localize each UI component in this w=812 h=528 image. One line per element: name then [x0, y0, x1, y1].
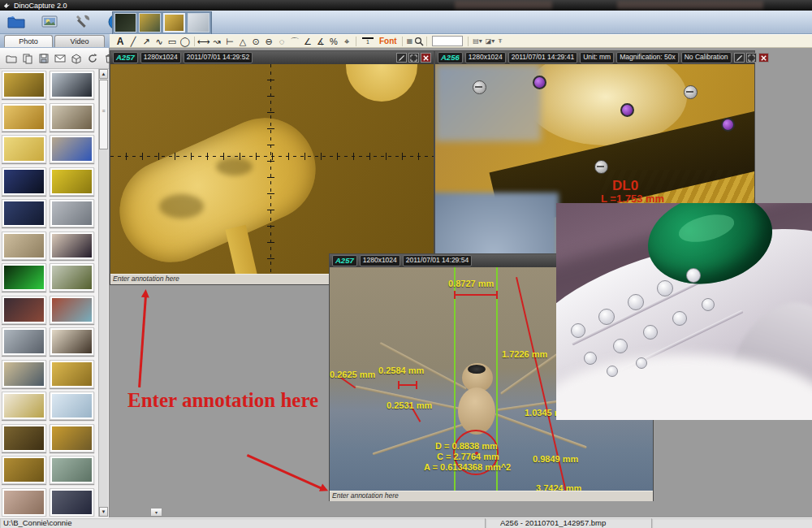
- arc-tool[interactable]: ⌒: [288, 36, 301, 47]
- settings-tools-icon[interactable]: [73, 12, 93, 32]
- measure-polygon-tool[interactable]: △: [236, 36, 249, 47]
- measure-label-circle-d[interactable]: D = 0.8838 mm: [435, 441, 498, 451]
- thumb-metal-ring-green[interactable]: [50, 456, 94, 484]
- window-header[interactable]: A256 1280x1024 2011/07/01 14:29:41 Unit:…: [435, 51, 754, 64]
- window-header[interactable]: A257 1280x1024 2011/07/01 14:29:52: [110, 51, 434, 64]
- email-icon[interactable]: [54, 53, 66, 64]
- arrow-tool[interactable]: ↗: [140, 36, 153, 47]
- window-thumb-gold-paddle[interactable]: [163, 13, 185, 32]
- line-width-selector[interactable]: 1: [361, 37, 375, 45]
- copy-icon[interactable]: [22, 53, 33, 64]
- thumb-watch-movement[interactable]: [2, 71, 46, 99]
- maximize-button[interactable]: [746, 53, 757, 63]
- close-button[interactable]: [421, 53, 431, 63]
- measure-point-line-tool[interactable]: ⊢: [223, 36, 236, 47]
- thumb-blue-lens[interactable]: [50, 135, 94, 163]
- thumb-wires[interactable]: [2, 360, 46, 388]
- window-thumb-calibration-grid[interactable]: [114, 13, 136, 32]
- edit-tool-button[interactable]: [396, 53, 407, 63]
- open-folder-icon[interactable]: [6, 12, 26, 32]
- circle-radius-tool[interactable]: ⊙: [249, 36, 262, 47]
- text-tool[interactable]: A: [114, 36, 127, 47]
- thumb-gold-coin-2-image: [4, 458, 44, 482]
- ring-photo-overlay[interactable]: [556, 203, 812, 420]
- measure-line-tool[interactable]: ⟷: [197, 36, 210, 47]
- thumb-blue-crystal[interactable]: [2, 199, 46, 227]
- workspace-scroll-button[interactable]: ▾: [150, 508, 162, 517]
- scroll-up-button[interactable]: ▲: [99, 69, 108, 79]
- thumb-eye-iris[interactable]: [50, 263, 94, 292]
- thumb-dark-blue[interactable]: [50, 488, 94, 517]
- circle-diameter-tool[interactable]: ⊖: [262, 36, 275, 47]
- thumb-gold-blob[interactable]: [50, 360, 94, 388]
- measure-label-left-a[interactable]: 0.2625 mm: [330, 370, 375, 379]
- export-box-icon[interactable]: [71, 53, 82, 64]
- thumb-sketch[interactable]: [50, 392, 94, 420]
- thumb-circuit-gray[interactable]: [50, 199, 94, 227]
- thumb-gold-coin-2[interactable]: [2, 456, 46, 484]
- thumb-drill-metal-image: [4, 330, 44, 353]
- edit-tool-button[interactable]: [734, 53, 745, 63]
- thumb-drill-metal[interactable]: [2, 327, 46, 356]
- thumb-metal-screw[interactable]: [50, 103, 94, 132]
- grid-view-icon[interactable]: ▦: [407, 37, 413, 45]
- measure-label-right-d[interactable]: 3.7424 mm: [536, 483, 581, 491]
- thumb-green-glow[interactable]: [2, 263, 46, 292]
- thumb-gold-jewelry[interactable]: [2, 424, 46, 452]
- percent-scale-tool[interactable]: %: [327, 36, 340, 47]
- capture-image-icon[interactable]: [40, 12, 59, 32]
- thumb-red-circuit[interactable]: [50, 296, 94, 324]
- scroll-thumb[interactable]: [99, 80, 108, 149]
- image-window-a257-gold[interactable]: A257 1280x1024 2011/07/01 14:29:52: [110, 50, 434, 285]
- thumb-gold-coin[interactable]: [50, 424, 94, 452]
- thumb-spider[interactable]: [2, 232, 46, 260]
- measure-label-top[interactable]: 0.8727 mm: [448, 279, 494, 288]
- three-point-circle-tool[interactable]: ◌: [275, 36, 288, 47]
- rotate-icon[interactable]: [87, 53, 98, 64]
- thumb-yellow-chip[interactable]: [50, 167, 94, 196]
- measure-label-circle-c[interactable]: C = 2.7764 mm: [437, 452, 499, 461]
- measure-label-right-c[interactable]: 0.9849 mm: [533, 454, 578, 464]
- window-thumb-light[interactable]: [188, 13, 209, 32]
- thumb-dark-sphere[interactable]: [50, 232, 94, 260]
- scroll-down-button[interactable]: ▼: [99, 507, 108, 517]
- pin-toolbar-icon[interactable]: Ŧ: [498, 37, 502, 45]
- pin-marker-tool[interactable]: ⌖: [340, 36, 353, 47]
- rectangle-tool[interactable]: ▭: [166, 36, 179, 47]
- freehand-tool[interactable]: ∿: [153, 36, 166, 47]
- sidebar-scrollbar[interactable]: ▲ ▼: [98, 69, 108, 517]
- annotation-input-bar[interactable]: Enter annotation here: [330, 491, 653, 501]
- image-dropdown[interactable]: ◪▾: [486, 37, 495, 45]
- thumb-face-coin[interactable]: [2, 488, 46, 517]
- angle-tool[interactable]: ∠: [301, 36, 314, 47]
- line-tool[interactable]: ╱: [127, 36, 140, 47]
- maximize-button[interactable]: [408, 53, 419, 63]
- thumb-yellow-fabric[interactable]: [2, 135, 46, 163]
- magnifier-icon[interactable]: [414, 36, 424, 46]
- tab-photo[interactable]: Photo: [4, 35, 53, 47]
- folder-new-icon[interactable]: [6, 53, 17, 64]
- thumb-blue-coral[interactable]: [2, 167, 46, 196]
- zoom-level-input[interactable]: [432, 36, 463, 46]
- layout-dropdown[interactable]: ▤▾: [473, 37, 482, 45]
- ellipse-tool[interactable]: ◯: [179, 36, 192, 47]
- measure-label-left-c[interactable]: 0.2531 mm: [387, 400, 432, 410]
- four-point-angle-tool[interactable]: ∡: [314, 36, 327, 47]
- save-icon[interactable]: [38, 53, 50, 64]
- microscope-image-gold[interactable]: [110, 64, 434, 274]
- measure-continuous-tool[interactable]: ↝: [210, 36, 223, 47]
- window-thumb-watch[interactable]: [139, 13, 161, 32]
- font-button[interactable]: Font: [379, 37, 397, 45]
- measure-label-circle-a[interactable]: A = 0.6134368 mm^2: [424, 462, 511, 472]
- tab-video[interactable]: Video: [54, 35, 105, 47]
- thumb-metal-rod[interactable]: [50, 71, 94, 99]
- title-bar[interactable]: DinoCapture 2.0: [0, 0, 812, 11]
- close-button[interactable]: [758, 53, 769, 63]
- thumb-fabric-blocks[interactable]: [2, 392, 46, 420]
- thumb-washer[interactable]: [50, 327, 94, 356]
- thumb-gold-cylinder[interactable]: [2, 103, 46, 132]
- thumb-color-sticks[interactable]: [2, 296, 46, 324]
- measure-label-right-a[interactable]: 1.7226 mm: [502, 349, 547, 359]
- measure-label-left-b[interactable]: 0.2584 mm: [378, 366, 424, 375]
- measurement-label-dl0[interactable]: DL0: [612, 178, 638, 194]
